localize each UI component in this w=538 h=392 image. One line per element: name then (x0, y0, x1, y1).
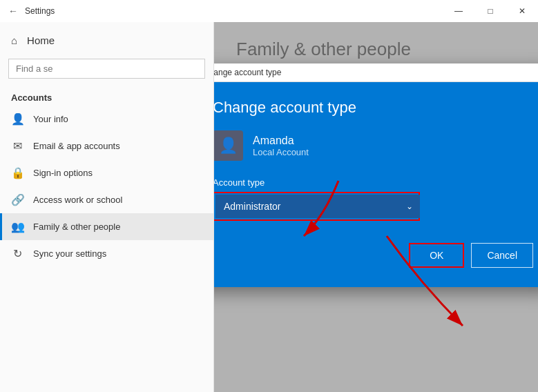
settings-window: ← Settings — □ ✕ ⌂ Home Accounts 👤 Your … (0, 0, 538, 392)
dialog-heading: Change account type (214, 99, 533, 117)
titlebar-controls: — □ ✕ (443, 0, 538, 22)
main-content: ⌂ Home Accounts 👤 Your info ✉ Email & ap… (0, 22, 538, 392)
sidebar-item-sign-in[interactable]: 🔒 Sign-in options (0, 159, 213, 186)
sign-in-icon: 🔒 (11, 166, 23, 179)
sidebar-label-email: Email & app accounts (33, 141, 120, 151)
right-panel: Family & other people 👤 Amanda Local acc… (214, 22, 538, 392)
sidebar-item-home[interactable]: ⌂ Home (0, 28, 213, 53)
search-input[interactable] (8, 59, 205, 79)
your-info-icon: 👤 (11, 112, 23, 126)
sidebar-item-email[interactable]: ✉ Email & app accounts (0, 133, 213, 159)
sidebar: ⌂ Home Accounts 👤 Your info ✉ Email & ap… (0, 22, 214, 392)
email-icon: ✉ (11, 139, 23, 153)
sidebar-label-sign-in: Sign-in options (33, 168, 93, 178)
account-type-select[interactable]: Standard User Administrator (215, 195, 420, 218)
account-type-select-wrapper: Standard User Administrator ⌄ (215, 195, 420, 218)
dialog-user-info: Amanda Local Account (253, 135, 309, 157)
minimize-button[interactable]: — (443, 0, 474, 22)
back-icon[interactable]: ← (8, 6, 18, 17)
dialog-avatar: 👤 (214, 130, 243, 161)
sidebar-item-your-info[interactable]: 👤 Your info (0, 106, 213, 133)
dialog-field-label: Account type (214, 177, 533, 188)
dialog-titlebar-text: Change account type (214, 68, 281, 77)
sidebar-label-your-info: Your info (33, 114, 68, 124)
sidebar-home-label: Home (27, 35, 55, 46)
access-icon: 🔗 (11, 193, 23, 206)
sidebar-item-family[interactable]: 👥 Family & other people (0, 213, 213, 240)
cancel-button[interactable]: Cancel (471, 243, 533, 268)
change-account-dialog: Change account type Change account type … (214, 63, 538, 287)
maximize-button[interactable]: □ (474, 0, 506, 22)
close-button[interactable]: ✕ (506, 0, 538, 22)
sidebar-item-access[interactable]: 🔗 Access work or school (0, 186, 213, 213)
titlebar: ← Settings — □ ✕ (0, 0, 538, 22)
dialog-footer: OK Cancel (214, 243, 533, 268)
sync-icon: ↻ (11, 247, 23, 260)
ok-button[interactable]: OK (409, 243, 464, 268)
sidebar-label-access: Access work or school (33, 195, 122, 205)
home-icon: ⌂ (11, 35, 17, 46)
sidebar-label-sync: Sync your settings (33, 248, 106, 259)
dialog-user-name: Amanda (253, 135, 309, 147)
dialog-titlebar: Change account type (214, 63, 538, 82)
dialog-user-subtype: Local Account (253, 147, 309, 157)
dialog-field-box: Standard User Administrator ⌄ (214, 192, 420, 221)
sidebar-item-sync[interactable]: ↻ Sync your settings (0, 240, 213, 267)
dialog-body: Change account type 👤 Amanda Local Accou… (214, 82, 538, 287)
titlebar-left: ← Settings (8, 6, 55, 17)
sidebar-section-label: Accounts (0, 84, 213, 106)
sidebar-label-family: Family & other people (33, 222, 120, 232)
dialog-user-row: 👤 Amanda Local Account (214, 130, 533, 161)
family-icon: 👥 (11, 220, 23, 233)
window-title: Settings (25, 6, 55, 16)
